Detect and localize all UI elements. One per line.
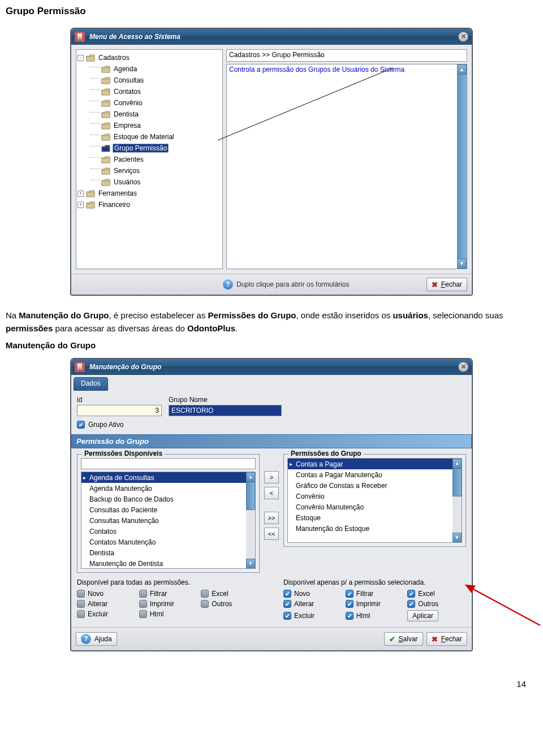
list-item[interactable]: Contas a Pagar: [288, 459, 462, 469]
list-item[interactable]: Agenda de Consultas: [81, 472, 255, 483]
perm-option[interactable]: Alterar: [77, 600, 136, 608]
list-item[interactable]: Agenda Manutenção: [81, 483, 255, 494]
list-item[interactable]: Manutenção de Dentista: [81, 558, 255, 569]
move-all-right-button[interactable]: >>: [264, 512, 279, 524]
page-title: Grupo Permissão: [6, 6, 537, 17]
tree-item[interactable]: Dentista: [77, 109, 221, 120]
checkbox[interactable]: [77, 600, 85, 608]
checkbox[interactable]: [139, 610, 147, 618]
available-fieldset: Permissões Disponíveis Agenda de Consult…: [77, 454, 260, 573]
close-icon[interactable]: ✕: [458, 362, 468, 372]
list-item[interactable]: Consultas do Paciente: [81, 504, 255, 515]
checkbox[interactable]: ✔: [407, 600, 415, 608]
scrollbar[interactable]: ▲▼: [453, 459, 462, 542]
move-all-left-button[interactable]: <<: [264, 528, 279, 540]
list-item[interactable]: Dentista: [81, 547, 255, 558]
expand-icon[interactable]: +: [77, 191, 84, 197]
maint-titlebar: 🦷 Manutenção do Grupo ✕: [71, 359, 472, 375]
perm-option[interactable]: ✔Html: [346, 610, 404, 621]
id-label: id: [77, 396, 162, 404]
perm-option[interactable]: ✔Excluir: [283, 610, 342, 621]
help-button[interactable]: ? Ajuda: [76, 632, 117, 646]
available-listbox[interactable]: Agenda de ConsultasAgenda ManutençãoBack…: [81, 472, 256, 569]
checkbox[interactable]: ✔: [346, 590, 354, 598]
close-icon[interactable]: ✕: [458, 32, 468, 42]
list-item[interactable]: Contatos: [81, 526, 255, 537]
tree-item[interactable]: Empresa: [77, 120, 221, 131]
perm-option[interactable]: ✔Excel: [407, 590, 466, 598]
perm-option[interactable]: Imprimir: [139, 600, 198, 608]
folder-icon: [101, 179, 110, 186]
list-item[interactable]: Gráfico de Constas a Receber: [288, 480, 462, 491]
tab-dados[interactable]: Dados: [74, 377, 108, 391]
id-input[interactable]: [77, 405, 162, 416]
scrollbar[interactable]: ▲▼: [246, 472, 255, 568]
checkbox[interactable]: ✔: [283, 600, 291, 608]
perm-option[interactable]: Excel: [201, 590, 260, 598]
list-item[interactable]: Convênio Manutenção: [288, 502, 462, 512]
list-item[interactable]: Backup do Banco de Dados: [81, 494, 255, 504]
assigned-listbox[interactable]: Contas a PagarContas a Pagar ManutençãoG…: [287, 458, 462, 543]
list-item[interactable]: Consultas Manutenção: [81, 515, 255, 526]
perm-option[interactable]: ✔Outros: [407, 600, 466, 608]
ativo-checkbox[interactable]: ✔: [77, 421, 85, 429]
checkbox[interactable]: [139, 590, 147, 598]
perm-option[interactable]: ✔Filtrar: [346, 590, 404, 598]
checkbox[interactable]: [201, 600, 209, 608]
folder-icon: [101, 88, 110, 96]
close-button[interactable]: ✖ Fechar: [426, 278, 467, 291]
tree-label: Pacientes: [113, 155, 145, 163]
perm-option[interactable]: ✔Novo: [283, 590, 342, 598]
folder-icon: [101, 145, 110, 152]
tree-item[interactable]: +Financeiro: [77, 199, 221, 210]
perm-option[interactable]: ✔Alterar: [283, 600, 342, 608]
collapse-icon[interactable]: -: [77, 55, 84, 61]
perm-option[interactable]: Outros: [201, 600, 260, 608]
apply-button[interactable]: Aplicar: [407, 610, 438, 621]
move-right-button[interactable]: >: [264, 471, 279, 483]
tree-item[interactable]: Estoque de Material: [77, 131, 221, 142]
tree-item[interactable]: Consultas: [77, 75, 221, 86]
move-left-button[interactable]: <: [264, 487, 279, 499]
checkbox[interactable]: ✔: [407, 590, 415, 598]
checkbox[interactable]: ✔: [283, 590, 291, 598]
perm-option[interactable]: Excluir: [77, 610, 136, 618]
perm-option[interactable]: Novo: [77, 590, 136, 598]
perm-option[interactable]: ✔Imprimir: [346, 600, 404, 608]
tree-item[interactable]: Pacientes: [77, 154, 221, 165]
tree-item[interactable]: Agenda: [77, 63, 221, 75]
scrollbar[interactable]: ▲ ▼: [457, 64, 467, 269]
checkbox[interactable]: ✔: [346, 612, 354, 620]
folder-icon: [86, 201, 95, 209]
perm-option[interactable]: Filtrar: [139, 590, 198, 598]
close-button[interactable]: ✖ Fechar: [426, 632, 467, 646]
perm-option[interactable]: Html: [139, 610, 198, 618]
maintenance-window: 🦷 Manutenção do Grupo ✕ Dados id Grupo N…: [71, 358, 472, 651]
checkbox[interactable]: [139, 600, 147, 608]
assigned-fieldset: Permissões do Grupo Contas a PagarContas…: [283, 454, 466, 547]
checkbox[interactable]: [77, 610, 85, 618]
tree-item[interactable]: Convênio: [77, 97, 221, 109]
tree-item[interactable]: -Cadastros: [77, 52, 221, 63]
expand-icon[interactable]: +: [77, 202, 84, 208]
tree-item[interactable]: Grupo Permissão: [77, 142, 221, 154]
checkbox[interactable]: ✔: [346, 600, 354, 608]
list-item[interactable]: Contatos Manutenção: [81, 537, 255, 547]
save-button[interactable]: ✔ Salvar: [384, 632, 423, 646]
checkbox[interactable]: [77, 590, 85, 598]
nome-input[interactable]: [169, 405, 282, 416]
list-item[interactable]: Manutenção do Estoque: [288, 523, 462, 534]
search-input[interactable]: [81, 458, 256, 469]
tree-panel[interactable]: -CadastrosAgendaConsultasContatosConvêni…: [76, 49, 223, 269]
menu-titlebar: 🦷 Menu de Acesso ao Sistema ✕: [71, 29, 472, 45]
list-item[interactable]: Contas a Pagar Manutenção: [288, 469, 462, 480]
tree-item[interactable]: Serviços: [77, 165, 221, 176]
checkbox[interactable]: ✔: [283, 612, 291, 620]
list-item[interactable]: Estoque: [288, 512, 462, 523]
tree-item[interactable]: Usuários: [77, 176, 221, 188]
tree-label: Dentista: [113, 110, 140, 118]
list-item[interactable]: Convênio: [288, 491, 462, 502]
tree-item[interactable]: +Ferramentas: [77, 188, 221, 199]
checkbox[interactable]: [201, 590, 209, 598]
tree-item[interactable]: Contatos: [77, 86, 221, 97]
